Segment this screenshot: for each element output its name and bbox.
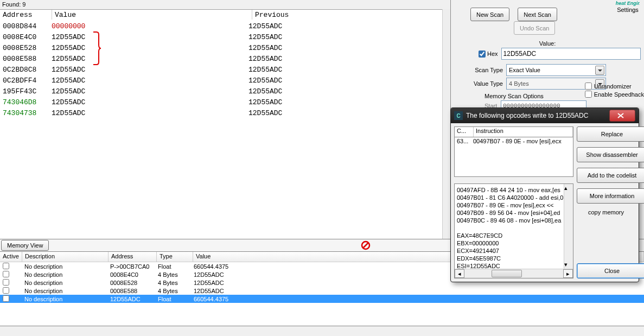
more-info-button[interactable]: More information	[577, 188, 644, 204]
address-list-row[interactable]: No description12D55ADCFloat660544.4375	[0, 295, 644, 303]
scan-results-panel: Found: 9 Address Value Previous 0008D844…	[0, 0, 451, 239]
scan-result-row[interactable]: 0C2BDFF412D55ADC12D55ADC	[0, 75, 443, 86]
show-disassembler-button[interactable]: Show disassembler	[577, 147, 644, 162]
header-address[interactable]: Address	[0, 10, 52, 20]
scan-result-row[interactable]: 0008E4C012D55ADC12D55ADC	[0, 31, 443, 42]
hex-checkbox[interactable]	[479, 50, 486, 58]
asm-line: 00497B0C - 89 46 08 - mov [esi+08],ea	[457, 217, 571, 224]
asm-line: 00497AFD - 8B 44 24 10 - mov eax,[es	[457, 186, 571, 194]
scan-result-row[interactable]: 195FF43C12D55ADC12D55ADC	[0, 86, 443, 97]
header-value[interactable]: Value	[52, 10, 252, 20]
memory-view-button[interactable]: Memory View	[1, 240, 49, 251]
replace-button[interactable]: Replace	[577, 126, 644, 142]
row-address: 0008E4C0	[107, 271, 155, 278]
result-address: 195FF43C	[0, 87, 52, 96]
row-description: No description	[22, 271, 107, 278]
asm-line: ECX=49214407	[457, 247, 571, 255]
settings-link[interactable]: Cheat Engine Settings	[616, 0, 640, 13]
result-value: 12D55ADC	[52, 87, 248, 96]
instruction-list[interactable]: 63...00497B07 - 89 0E - mov [esi],ecx	[454, 137, 573, 177]
row-address: 12D55ADC	[107, 296, 155, 302]
asm-line: 00497B07 - 89 0E - mov [esi],ecx <<	[457, 201, 571, 209]
opcode-window-titlebar[interactable]: C The following opcodes write to 12D55AD…	[451, 108, 639, 123]
new-scan-button[interactable]: New Scan	[470, 8, 509, 21]
scroll-down-icon[interactable]: ▾	[564, 261, 572, 269]
result-value: 12D55ADC	[52, 44, 248, 52]
row-type: 4 Bytes	[155, 288, 191, 294]
scroll-left-icon[interactable]: ◂	[455, 269, 464, 278]
scan-result-row[interactable]: 0008D8440000000012D55ADC	[0, 21, 443, 31]
result-address: 0008E588	[0, 55, 52, 63]
result-value: 12D55ADC	[52, 77, 248, 85]
status-bar	[0, 326, 644, 336]
scan-result-row[interactable]: 0C2BD8C812D55ADC12D55ADC	[0, 64, 443, 75]
scan-results-header: Address Value Previous	[0, 9, 450, 20]
row-description: No description	[22, 288, 107, 294]
scan-result-row[interactable]: 0008E58812D55ADC12D55ADC	[0, 53, 443, 64]
scan-results-scrollbar[interactable]	[442, 9, 450, 239]
header-previous[interactable]: Previous	[252, 10, 450, 20]
speedhack-checkbox[interactable]: Enable Speedhack	[585, 91, 644, 98]
result-address: 743046D8	[0, 98, 52, 106]
result-previous: 12D55ADC	[248, 77, 443, 85]
next-scan-button[interactable]: Next Scan	[518, 8, 557, 21]
result-previous: 12D55ADC	[248, 22, 443, 30]
result-address: 0008D844	[0, 22, 52, 30]
result-value: 00000000	[52, 22, 248, 30]
asm-line	[457, 224, 571, 232]
row-address: 0008E528	[107, 280, 155, 286]
opcode-close-button[interactable]: Close	[577, 263, 644, 278]
hex-label[interactable]: Hex	[487, 50, 498, 57]
active-checkbox[interactable]	[3, 287, 9, 294]
header-address[interactable]: Address	[109, 252, 157, 262]
asm-vertical-scrollbar[interactable]: ▴ ▾	[564, 184, 573, 269]
scroll-thumb[interactable]	[492, 270, 522, 277]
result-previous: 12D55ADC	[248, 66, 443, 74]
result-value: 12D55ADC	[52, 33, 248, 41]
address-list-row[interactable]: No description0008E5884 Bytes12D55ADC	[0, 287, 644, 295]
header-count[interactable]: C...	[455, 127, 474, 137]
undo-scan-button[interactable]: Undo Scan	[514, 21, 555, 35]
disassembly-box[interactable]: 00497AFD - 8B 44 24 10 - mov eax,[es0049…	[454, 183, 573, 278]
active-checkbox[interactable]	[3, 295, 9, 302]
chevron-down-icon	[595, 66, 604, 75]
copy-memory-link[interactable]: copy memory	[577, 209, 635, 215]
result-previous: 12D55ADC	[248, 98, 443, 106]
scan-type-combo[interactable]: Exact Value	[506, 64, 606, 76]
unrandomizer-checkbox[interactable]: Unrandomizer	[585, 83, 644, 90]
scan-result-row[interactable]: 7430473812D55ADC12D55ADC	[0, 107, 443, 118]
asm-line: 00497B01 - 81 C6 A4020000 - add esi,0	[457, 194, 571, 201]
close-button[interactable]	[609, 110, 635, 122]
result-value: 12D55ADC	[52, 66, 248, 74]
active-checkbox[interactable]	[3, 279, 9, 286]
result-address: 0C2BD8C8	[0, 66, 52, 74]
scan-result-row[interactable]: 743046D812D55ADC12D55ADC	[0, 97, 443, 107]
row-type: Float	[155, 263, 191, 270]
row-description: No description	[22, 280, 107, 286]
row-address: 0008E588	[107, 288, 155, 294]
value-type-label: Value Type	[470, 80, 503, 87]
clear-list-button[interactable]	[361, 240, 371, 250]
result-previous: 12D55ADC	[248, 55, 443, 63]
opcode-window-title: The following opcodes write to 12D55ADC	[466, 112, 588, 119]
header-type[interactable]: Type	[157, 252, 193, 262]
instruction-row[interactable]: 63...00497B07 - 89 0E - mov [esi],ecx	[455, 137, 573, 145]
header-instruction[interactable]: Instruction	[474, 127, 573, 137]
scan-results-list[interactable]: 0008D8440000000012D55ADC0008E4C012D55ADC…	[0, 20, 443, 239]
scroll-right-icon[interactable]: ▸	[563, 269, 573, 278]
close-icon	[617, 113, 624, 118]
value-input[interactable]	[501, 48, 641, 60]
add-codelist-button[interactable]: Add to the codelist	[577, 168, 644, 183]
asm-line: EAX=48C7E9CD	[457, 232, 571, 239]
scan-result-row[interactable]: 0008E52812D55ADC12D55ADC	[0, 42, 443, 53]
header-description[interactable]: Description	[22, 252, 109, 262]
asm-horizontal-scrollbar[interactable]: ◂ ▸	[455, 269, 573, 278]
active-checkbox[interactable]	[3, 263, 9, 269]
found-count-label: Found: 9	[2, 1, 25, 8]
result-address: 74304738	[0, 109, 52, 117]
result-value: 12D55ADC	[52, 109, 248, 117]
active-checkbox[interactable]	[3, 271, 9, 277]
row-type: 4 Bytes	[155, 280, 191, 286]
scroll-up-icon[interactable]: ▴	[564, 184, 572, 193]
header-active[interactable]: Active	[0, 252, 22, 262]
